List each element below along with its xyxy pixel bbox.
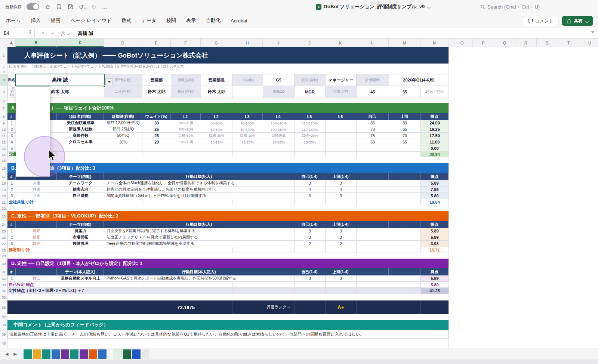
document-title[interactable]: x GoBot ソリューション_評価制度サンプル_v9 [316,0,430,13]
sheet-tab[interactable] [113,349,122,359]
column-header-O[interactable]: O [451,39,473,47]
dropdown-item[interactable] [16,87,50,94]
column-header-Q[interactable]: Q [494,39,515,47]
total-score-cell[interactable]: 72.1875 [171,300,201,314]
row-header-39[interactable]: 39 [0,330,7,339]
tab-acrobat[interactable]: Acrobat [231,18,247,24]
search-box[interactable]: Search (Cmd + Ctrl + U) [480,0,540,13]
subtotal-value[interactable]: 15.71 [421,247,449,253]
column-header-D[interactable]: D [104,39,142,47]
row-header-3[interactable]: 3 [0,70,7,74]
table-row[interactable]: 2 部署 市場開拓 法改正チェックリストを月次で更新し社内展開する 3 3 5.… [7,234,449,241]
dropdown-item[interactable] [16,102,50,109]
sheet-tab[interactable] [70,349,78,359]
row-header-2[interactable]: 2 [0,64,7,70]
role-code-cell[interactable]: MGR [295,86,326,98]
row-header-22[interactable]: 22 [0,205,7,211]
row-header-35[interactable]: 35 [0,294,7,300]
row-header-40[interactable]: 40 [0,339,7,348]
tab-page-layout[interactable]: ページ レイアウト [71,17,112,24]
row-header-1[interactable]: 1 [0,47,7,64]
ratio-qual-cell[interactable]: 55 [389,86,421,98]
dropdown-item[interactable] [16,132,50,139]
row-header-33[interactable]: 33 [0,282,7,288]
fx-icon[interactable]: fx [61,30,65,36]
row-header-28[interactable]: 28 [0,247,7,253]
table-row[interactable]: 3 商談件数 50件/Q 25 目標-50% 目標-30% 目標-10% 目標達… [7,133,449,139]
save-as-icon[interactable] [67,3,74,10]
column-header-H[interactable]: H [232,39,263,47]
dropdown-item[interactable] [16,169,50,176]
second-evaluator-cell[interactable]: 鈴木 太郎 [142,86,171,98]
tabs-scroll-right-icon[interactable]: ▶ [13,352,16,357]
row-header-31[interactable]: 31 [0,268,7,275]
dropdown-item[interactable] [16,117,50,124]
comment-text-cell[interactable]: 決算業務の正確性は非常に高く、チームの信頼も厚い。コスト削減については具体的な施… [7,330,449,339]
sheet-tab[interactable] [33,349,41,359]
subtotal-value[interactable]: 19.64 [421,199,449,205]
rank-value-cell[interactable]: A+ [325,300,356,314]
column-header-U[interactable]: U [579,39,598,47]
column-header-A[interactable]: A [7,39,16,47]
final-evaluator-cell[interactable]: 鈴木 太郎 [201,86,232,98]
sheet-tab[interactable] [80,349,88,359]
sheet-tab[interactable] [42,349,50,359]
row-header-6[interactable]: 6 [0,98,7,103]
employee-name-cell[interactable]: 高橋 誠 [16,74,104,86]
table-row[interactable]: 2 共通 顧客志向 顧客との月次定例を全件実施し、先回りの提案を積極的に行う 4… [7,186,449,193]
namebox-spinner[interactable] [29,30,31,34]
sheet-tab[interactable] [142,349,149,359]
dropdown-button[interactable] [105,78,113,85]
enter-icon[interactable]: ✓ [51,31,55,36]
dropdown-item[interactable] [16,161,50,169]
column-header-S[interactable]: S [537,39,558,47]
row-header-37[interactable]: 37 [0,314,7,320]
row-header-38[interactable]: 38 [0,320,7,330]
row-header-21[interactable]: 21 [0,199,7,205]
table-row[interactable]: 5 0.00 [7,145,449,152]
row-header-17[interactable]: 17 [0,173,7,180]
row-header-5[interactable]: 5 [0,86,7,98]
empty-cell[interactable] [232,86,263,98]
grade-cell[interactable]: G5 [263,74,295,86]
sheet-tab[interactable] [123,349,131,359]
column-header-M[interactable]: M [389,39,420,47]
share-button[interactable]: 共有 [562,16,593,26]
undo-icon[interactable]: ↺ [79,3,86,10]
column-header-J[interactable]: J [294,39,325,47]
table-row[interactable]: 1 受注金額達成率 部門:12,000千円/Q 30 80%未満 80-90% … [7,120,449,126]
period-cell[interactable]: 2026年Q1(4-6月) [389,74,449,86]
dropdown-item[interactable] [16,154,50,161]
total-value[interactable]: 41.25 [421,288,449,294]
tab-insert[interactable]: 挿入 [31,17,41,24]
role-cell[interactable]: 営業部長 [201,74,232,86]
subtotal-value[interactable]: 5.89 [421,282,449,288]
column-header-F[interactable]: F [171,39,201,47]
sheet-tab[interactable] [98,349,107,359]
column-header-E[interactable]: E [142,39,171,47]
save-icon[interactable] [56,3,62,10]
cancel-icon[interactable]: × [41,31,44,36]
column-header-C[interactable]: C [57,39,104,47]
tab-home[interactable]: ホーム [6,17,21,24]
name-box[interactable]: B4 [0,28,35,39]
column-header-R[interactable]: R [515,39,537,47]
comments-button[interactable]: コメント [523,16,558,26]
sheet-tab[interactable] [132,349,141,359]
row-header-29[interactable]: 29 [0,253,7,259]
column-header-T[interactable]: T [558,39,579,47]
table-row[interactable]: 3 共通 自己成長 AI関連資格取得（G検定） + 社内勉強会を月1回開催する … [7,193,449,199]
row-header-36[interactable]: 36 [0,300,7,314]
column-header-L[interactable]: L [356,39,389,47]
row-header-7[interactable]: 7 [0,103,7,113]
row-header-4[interactable]: 4 [0,74,7,86]
table-row[interactable]: 1 部署 提案力 月次決算を5営業日以内に完了する体制を構築する 3 3 5.8… [7,228,449,234]
table-row[interactable]: 1 共通 チームワーク チーム全体のSlack連携を強化し、全員が情報共有できる… [7,180,449,186]
column-header-N[interactable]: N [420,39,449,47]
column-header-G[interactable]: G [201,39,232,47]
dept-cell[interactable]: 営業部 [142,74,171,86]
row-header-15[interactable]: 15 [0,157,7,163]
dropdown-item[interactable] [16,139,50,146]
tab-draw[interactable]: 描画 [51,17,61,24]
sheet-tab[interactable] [52,349,60,359]
